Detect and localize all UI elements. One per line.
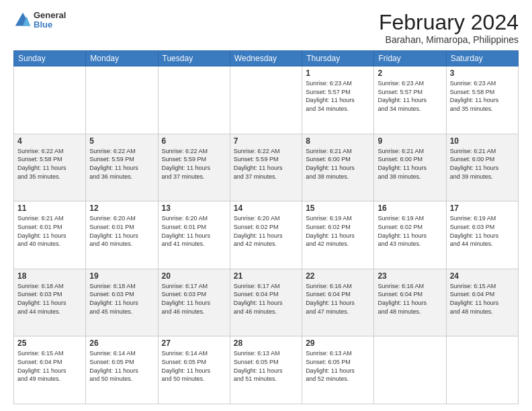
- day-cell: [230, 66, 302, 134]
- day-cell: 9Sunrise: 6:21 AM Sunset: 6:00 PM Daylig…: [374, 134, 446, 201]
- day-info: Sunrise: 6:22 AM Sunset: 5:59 PM Dayligh…: [234, 147, 298, 181]
- day-info: Sunrise: 6:19 AM Sunset: 6:03 PM Dayligh…: [450, 214, 515, 248]
- calendar-subtitle: Barahan, Mimaropa, Philippines: [379, 34, 519, 45]
- day-info: Sunrise: 6:18 AM Sunset: 6:03 PM Dayligh…: [89, 282, 154, 316]
- day-number: 4: [17, 136, 82, 146]
- week-row-2: 4Sunrise: 6:22 AM Sunset: 5:58 PM Daylig…: [14, 134, 519, 201]
- day-number: 14: [234, 203, 298, 213]
- day-cell: 10Sunrise: 6:21 AM Sunset: 6:00 PM Dayli…: [446, 134, 518, 201]
- day-number: 24: [450, 271, 515, 281]
- day-info: Sunrise: 6:20 AM Sunset: 6:01 PM Dayligh…: [89, 214, 154, 248]
- day-number: 13: [162, 203, 226, 213]
- day-cell: 26Sunrise: 6:14 AM Sunset: 6:05 PM Dayli…: [86, 336, 158, 404]
- weekday-header-friday: Friday: [374, 51, 446, 66]
- day-cell: 14Sunrise: 6:20 AM Sunset: 6:02 PM Dayli…: [230, 201, 302, 269]
- day-cell: [374, 336, 446, 404]
- weekday-header-monday: Monday: [86, 51, 158, 66]
- day-cell: 13Sunrise: 6:20 AM Sunset: 6:01 PM Dayli…: [158, 201, 230, 269]
- day-cell: 23Sunrise: 6:16 AM Sunset: 6:04 PM Dayli…: [374, 269, 446, 336]
- day-info: Sunrise: 6:16 AM Sunset: 6:04 PM Dayligh…: [378, 282, 442, 316]
- logo-line1: General: [34, 11, 66, 20]
- day-cell: 29Sunrise: 6:13 AM Sunset: 6:05 PM Dayli…: [302, 336, 374, 404]
- day-cell: 11Sunrise: 6:21 AM Sunset: 6:01 PM Dayli…: [14, 201, 86, 269]
- day-cell: [14, 66, 86, 134]
- day-info: Sunrise: 6:21 AM Sunset: 6:00 PM Dayligh…: [378, 147, 442, 181]
- day-info: Sunrise: 6:23 AM Sunset: 5:57 PM Dayligh…: [306, 79, 370, 113]
- day-number: 8: [306, 136, 370, 146]
- day-cell: 6Sunrise: 6:22 AM Sunset: 5:59 PM Daylig…: [158, 134, 230, 201]
- day-number: 9: [378, 136, 442, 146]
- day-cell: 12Sunrise: 6:20 AM Sunset: 6:01 PM Dayli…: [86, 201, 158, 269]
- day-number: 5: [89, 136, 154, 146]
- day-info: Sunrise: 6:23 AM Sunset: 5:57 PM Dayligh…: [378, 79, 442, 113]
- day-number: 18: [17, 271, 82, 281]
- day-number: 22: [306, 271, 370, 281]
- day-number: 3: [450, 68, 515, 78]
- week-row-3: 11Sunrise: 6:21 AM Sunset: 6:01 PM Dayli…: [14, 201, 519, 269]
- day-cell: [446, 336, 518, 404]
- day-cell: 22Sunrise: 6:16 AM Sunset: 6:04 PM Dayli…: [302, 269, 374, 336]
- day-cell: 18Sunrise: 6:18 AM Sunset: 6:03 PM Dayli…: [14, 269, 86, 336]
- weekday-header-tuesday: Tuesday: [158, 51, 230, 66]
- header: General Blue February 2024 Barahan, Mima…: [13, 11, 519, 45]
- day-cell: 24Sunrise: 6:15 AM Sunset: 6:04 PM Dayli…: [446, 269, 518, 336]
- day-number: 2: [378, 68, 442, 78]
- day-info: Sunrise: 6:21 AM Sunset: 6:00 PM Dayligh…: [306, 147, 370, 181]
- day-cell: 17Sunrise: 6:19 AM Sunset: 6:03 PM Dayli…: [446, 201, 518, 269]
- week-row-4: 18Sunrise: 6:18 AM Sunset: 6:03 PM Dayli…: [14, 269, 519, 336]
- logo-line2: Blue: [34, 20, 66, 30]
- day-info: Sunrise: 6:16 AM Sunset: 6:04 PM Dayligh…: [306, 282, 370, 316]
- day-number: 25: [17, 338, 82, 348]
- weekday-header-row: SundayMondayTuesdayWednesdayThursdayFrid…: [14, 51, 519, 66]
- day-info: Sunrise: 6:18 AM Sunset: 6:03 PM Dayligh…: [17, 282, 82, 316]
- day-info: Sunrise: 6:15 AM Sunset: 6:04 PM Dayligh…: [450, 282, 515, 316]
- day-number: 12: [89, 203, 154, 213]
- day-info: Sunrise: 6:22 AM Sunset: 5:59 PM Dayligh…: [162, 147, 226, 181]
- day-info: Sunrise: 6:15 AM Sunset: 6:04 PM Dayligh…: [17, 349, 82, 383]
- week-row-1: 1Sunrise: 6:23 AM Sunset: 5:57 PM Daylig…: [14, 66, 519, 134]
- logo-icon: [13, 11, 32, 30]
- day-info: Sunrise: 6:14 AM Sunset: 6:05 PM Dayligh…: [162, 349, 226, 383]
- day-cell: 8Sunrise: 6:21 AM Sunset: 6:00 PM Daylig…: [302, 134, 374, 201]
- day-cell: 7Sunrise: 6:22 AM Sunset: 5:59 PM Daylig…: [230, 134, 302, 201]
- page: General Blue February 2024 Barahan, Mima…: [0, 0, 532, 411]
- calendar-title: February 2024: [379, 11, 519, 34]
- day-cell: 28Sunrise: 6:13 AM Sunset: 6:05 PM Dayli…: [230, 336, 302, 404]
- day-number: 15: [306, 203, 370, 213]
- day-info: Sunrise: 6:21 AM Sunset: 6:00 PM Dayligh…: [450, 147, 515, 181]
- day-number: 28: [234, 338, 298, 348]
- day-cell: 4Sunrise: 6:22 AM Sunset: 5:58 PM Daylig…: [14, 134, 86, 201]
- weekday-header-wednesday: Wednesday: [230, 51, 302, 66]
- weekday-header-saturday: Saturday: [446, 51, 518, 66]
- day-info: Sunrise: 6:22 AM Sunset: 5:58 PM Dayligh…: [17, 147, 82, 181]
- day-number: 27: [162, 338, 226, 348]
- day-number: 26: [89, 338, 154, 348]
- day-info: Sunrise: 6:13 AM Sunset: 6:05 PM Dayligh…: [306, 349, 370, 383]
- logo: General Blue: [13, 11, 66, 30]
- day-cell: 15Sunrise: 6:19 AM Sunset: 6:02 PM Dayli…: [302, 201, 374, 269]
- week-row-5: 25Sunrise: 6:15 AM Sunset: 6:04 PM Dayli…: [14, 336, 519, 404]
- day-cell: 16Sunrise: 6:19 AM Sunset: 6:02 PM Dayli…: [374, 201, 446, 269]
- day-info: Sunrise: 6:21 AM Sunset: 6:01 PM Dayligh…: [17, 214, 82, 248]
- day-info: Sunrise: 6:17 AM Sunset: 6:04 PM Dayligh…: [234, 282, 298, 316]
- day-info: Sunrise: 6:22 AM Sunset: 5:59 PM Dayligh…: [89, 147, 154, 181]
- day-info: Sunrise: 6:23 AM Sunset: 5:58 PM Dayligh…: [450, 79, 515, 113]
- day-cell: 2Sunrise: 6:23 AM Sunset: 5:57 PM Daylig…: [374, 66, 446, 134]
- weekday-header-sunday: Sunday: [14, 51, 86, 66]
- day-cell: 25Sunrise: 6:15 AM Sunset: 6:04 PM Dayli…: [14, 336, 86, 404]
- day-number: 19: [89, 271, 154, 281]
- day-cell: 3Sunrise: 6:23 AM Sunset: 5:58 PM Daylig…: [446, 66, 518, 134]
- day-info: Sunrise: 6:17 AM Sunset: 6:03 PM Dayligh…: [162, 282, 226, 316]
- day-info: Sunrise: 6:19 AM Sunset: 6:02 PM Dayligh…: [306, 214, 370, 248]
- day-cell: [86, 66, 158, 134]
- day-cell: 27Sunrise: 6:14 AM Sunset: 6:05 PM Dayli…: [158, 336, 230, 404]
- day-cell: 1Sunrise: 6:23 AM Sunset: 5:57 PM Daylig…: [302, 66, 374, 134]
- logo-text: General Blue: [34, 11, 66, 30]
- day-cell: 21Sunrise: 6:17 AM Sunset: 6:04 PM Dayli…: [230, 269, 302, 336]
- day-cell: [158, 66, 230, 134]
- day-cell: 19Sunrise: 6:18 AM Sunset: 6:03 PM Dayli…: [86, 269, 158, 336]
- day-cell: 20Sunrise: 6:17 AM Sunset: 6:03 PM Dayli…: [158, 269, 230, 336]
- day-number: 20: [162, 271, 226, 281]
- day-info: Sunrise: 6:19 AM Sunset: 6:02 PM Dayligh…: [378, 214, 442, 248]
- weekday-header-thursday: Thursday: [302, 51, 374, 66]
